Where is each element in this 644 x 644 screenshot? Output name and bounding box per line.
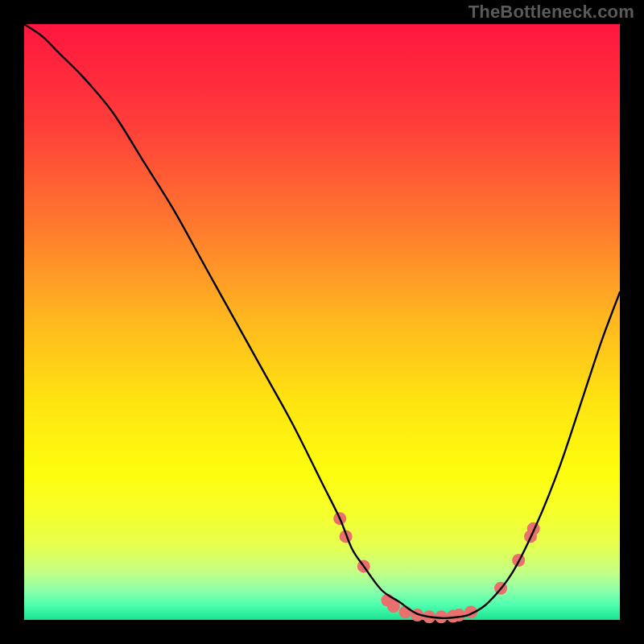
chart-svg — [0, 0, 644, 644]
chart-stage: TheBottleneck.com — [0, 0, 644, 644]
watermark-text: TheBottleneck.com — [469, 2, 634, 23]
marker-dot — [452, 609, 465, 621]
